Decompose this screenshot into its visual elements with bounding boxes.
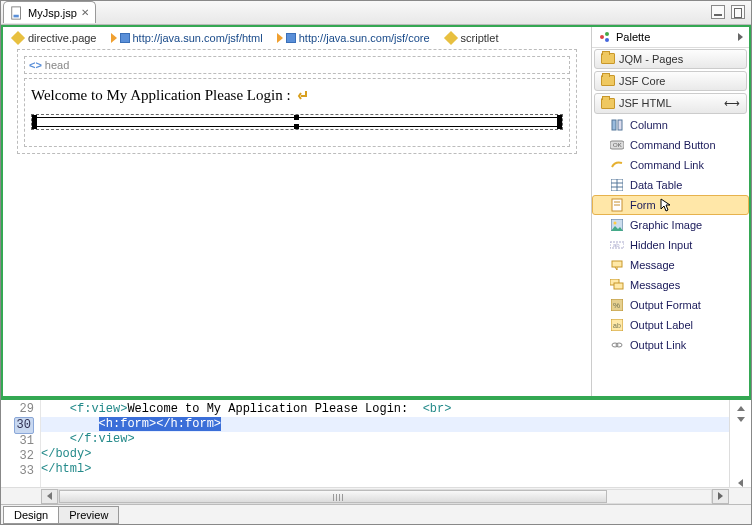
bottom-tab-bar: Design Preview bbox=[1, 504, 751, 524]
svg-rect-20 bbox=[612, 261, 622, 267]
palette-icon bbox=[598, 30, 612, 44]
prev-annotation-icon[interactable] bbox=[737, 406, 745, 411]
message-icon bbox=[610, 258, 624, 272]
svg-text:%: % bbox=[613, 301, 620, 310]
head-section[interactable]: <> head bbox=[24, 56, 570, 74]
br-icon bbox=[297, 89, 309, 101]
output-label-icon: ab bbox=[610, 318, 624, 332]
svg-rect-1 bbox=[14, 15, 19, 18]
folder-icon bbox=[601, 53, 615, 64]
link-icon bbox=[610, 158, 624, 172]
palette-item-form[interactable]: Form bbox=[592, 195, 749, 215]
svg-rect-6 bbox=[618, 120, 622, 130]
main-split: directive.page http://java.sun.com/jsf/h… bbox=[1, 25, 751, 398]
arrow-icon bbox=[277, 33, 283, 43]
image-icon bbox=[610, 218, 624, 232]
svg-point-17 bbox=[614, 221, 617, 224]
scroll-right-button[interactable] bbox=[712, 489, 729, 504]
namespace-icon bbox=[120, 33, 130, 43]
pin-icon[interactable]: ⟷ bbox=[724, 97, 740, 110]
folder-icon bbox=[601, 98, 615, 109]
toolbar-ns-html[interactable]: http://java.sun.com/jsf/html bbox=[111, 32, 263, 44]
form-icon bbox=[610, 198, 624, 212]
jsp-file-icon bbox=[10, 6, 24, 20]
palette-panel: Palette JQM - Pages JSF Core JSF HTML⟷ C… bbox=[591, 27, 749, 396]
editor-toolbar: directive.page http://java.sun.com/jsf/h… bbox=[3, 27, 591, 49]
palette-items: Column OKCommand Button Command Link Dat… bbox=[592, 115, 749, 396]
line-gutter: 29 30 31 32 33 bbox=[1, 400, 41, 487]
messages-icon bbox=[610, 278, 624, 292]
scriptlet-icon bbox=[443, 31, 457, 45]
head-label: head bbox=[45, 59, 69, 71]
output-link-icon bbox=[610, 338, 624, 352]
tab-design[interactable]: Design bbox=[3, 506, 59, 524]
palette-section-jsf-html[interactable]: JSF HTML⟷ bbox=[594, 93, 747, 114]
svg-point-4 bbox=[605, 38, 609, 42]
scroll-left-button[interactable] bbox=[41, 489, 58, 504]
palette-item-column[interactable]: Column bbox=[592, 115, 749, 135]
palette-item-hidden-input[interactable]: abHidden Input bbox=[592, 235, 749, 255]
palette-item-command-link[interactable]: Command Link bbox=[592, 155, 749, 175]
next-annotation-icon[interactable] bbox=[737, 417, 745, 422]
toolbar-ns-core[interactable]: http://java.sun.com/jsf/core bbox=[277, 32, 430, 44]
svg-rect-5 bbox=[612, 120, 616, 130]
palette-menu-icon[interactable] bbox=[738, 33, 743, 41]
palette-header[interactable]: Palette bbox=[592, 27, 749, 48]
source-editor[interactable]: 29 30 31 32 33 <f:view>Welcome to My App… bbox=[1, 398, 751, 487]
palette-item-output-format[interactable]: %Output Format bbox=[592, 295, 749, 315]
palette-section-jsf-core[interactable]: JSF Core bbox=[594, 71, 747, 91]
directive-icon bbox=[11, 31, 25, 45]
svg-text:ab: ab bbox=[613, 242, 620, 248]
palette-item-message[interactable]: Message bbox=[592, 255, 749, 275]
code-area[interactable]: <f:view>Welcome to My Application Please… bbox=[41, 400, 729, 487]
arrow-icon bbox=[111, 33, 117, 43]
tab-preview[interactable]: Preview bbox=[58, 506, 119, 524]
palette-item-command-button[interactable]: OKCommand Button bbox=[592, 135, 749, 155]
button-icon: OK bbox=[610, 138, 624, 152]
toolbar-scriptlet[interactable]: scriptlet bbox=[444, 31, 499, 45]
scroll-track[interactable] bbox=[58, 489, 712, 504]
palette-section-jqm[interactable]: JQM - Pages bbox=[594, 49, 747, 69]
selected-code: <h:form></h:form> bbox=[99, 417, 221, 431]
form-component[interactable] bbox=[31, 114, 563, 130]
cursor-icon bbox=[660, 198, 672, 212]
welcome-text: Welcome to My Application Please Login : bbox=[31, 87, 563, 104]
svg-point-2 bbox=[600, 35, 604, 39]
editor-tab-bar: MyJsp.jsp ✕ bbox=[1, 1, 751, 25]
overview-ruler[interactable] bbox=[729, 400, 751, 487]
column-icon bbox=[610, 118, 624, 132]
palette-title: Palette bbox=[616, 31, 650, 43]
svg-text:ab: ab bbox=[613, 322, 621, 329]
design-editor: directive.page http://java.sun.com/jsf/h… bbox=[3, 27, 591, 396]
svg-rect-22 bbox=[614, 283, 623, 289]
editor-tab[interactable]: MyJsp.jsp ✕ bbox=[3, 1, 96, 23]
tag-icon: <> bbox=[29, 59, 42, 71]
svg-point-3 bbox=[605, 32, 609, 36]
close-tab-icon[interactable]: ✕ bbox=[81, 7, 89, 18]
body-section[interactable]: Welcome to My Application Please Login : bbox=[24, 78, 570, 147]
horizontal-scrollbar[interactable] bbox=[1, 487, 751, 504]
hidden-icon: ab bbox=[610, 238, 624, 252]
folder-icon bbox=[601, 75, 615, 86]
editor-tab-title: MyJsp.jsp bbox=[28, 7, 77, 19]
table-icon bbox=[610, 178, 624, 192]
palette-item-graphic-image[interactable]: Graphic Image bbox=[592, 215, 749, 235]
namespace-icon bbox=[286, 33, 296, 43]
palette-item-output-link[interactable]: Output Link bbox=[592, 335, 749, 355]
minimize-button[interactable] bbox=[711, 5, 725, 19]
line-marker: 30 bbox=[14, 417, 34, 434]
output-format-icon: % bbox=[610, 298, 624, 312]
svg-text:OK: OK bbox=[613, 142, 622, 148]
palette-item-output-label[interactable]: abOutput Label bbox=[592, 315, 749, 335]
design-surface[interactable]: <> head Welcome to My Application Please… bbox=[17, 49, 577, 154]
scroll-thumb[interactable] bbox=[59, 490, 607, 503]
maximize-button[interactable] bbox=[731, 5, 745, 19]
palette-item-data-table[interactable]: Data Table bbox=[592, 175, 749, 195]
palette-item-messages[interactable]: Messages bbox=[592, 275, 749, 295]
caret-left-icon[interactable] bbox=[738, 479, 743, 487]
svg-point-28 bbox=[616, 343, 622, 347]
toolbar-directive[interactable]: directive.page bbox=[11, 31, 97, 45]
